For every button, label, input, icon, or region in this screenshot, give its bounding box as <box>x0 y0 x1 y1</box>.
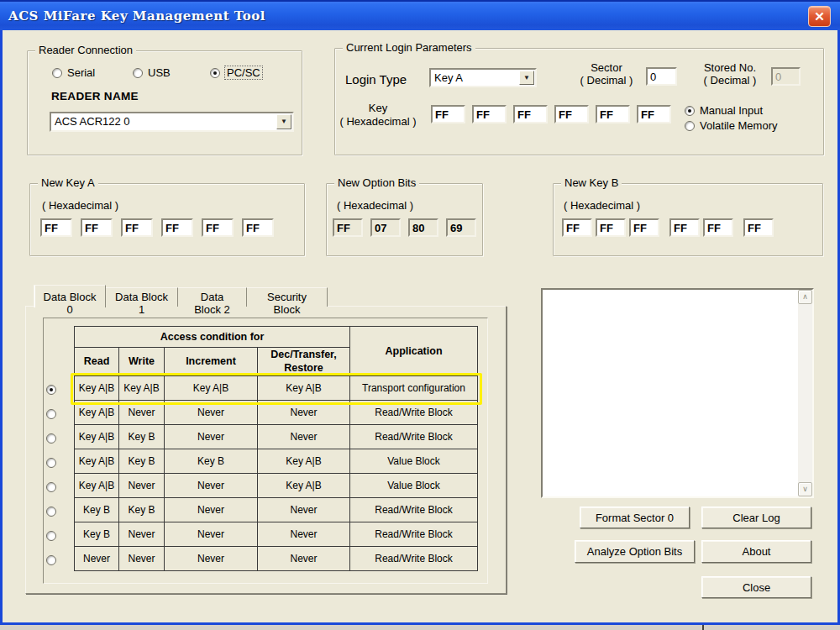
access-table-cell: Read/Write Block <box>350 401 478 425</box>
new-key-a-byte-2[interactable] <box>121 218 153 237</box>
dropdown-arrow-icon[interactable]: ▼ <box>276 114 291 129</box>
title-bar[interactable]: ACS MiFare Key Management Tool ✕ <box>0 0 840 30</box>
new-key-a-byte-4[interactable] <box>202 218 234 237</box>
key-byte-input-3[interactable] <box>554 105 589 123</box>
dialog-window: ACS MiFare Key Management Tool ✕ Reader … <box>0 0 840 625</box>
login-type-value: Key A <box>434 71 463 84</box>
access-table-cell: Never <box>165 522 258 547</box>
access-row-radio-5[interactable] <box>46 499 60 523</box>
access-table-column-header: Read <box>75 348 119 376</box>
new-key-b-byte-1[interactable] <box>596 218 626 237</box>
format-sector-button[interactable]: Format Sector 0 <box>580 507 690 528</box>
access-table-cell: Never <box>119 547 165 571</box>
option-bits-byte-1 <box>370 218 401 237</box>
log-output[interactable]: ∧ ∨ <box>541 288 814 498</box>
reader-name-combobox[interactable]: ACS ACR122 0 ▼ <box>50 112 294 132</box>
log-scrollbar[interactable]: ∧ ∨ <box>798 290 812 496</box>
radio-serial[interactable]: Serial <box>52 66 95 79</box>
new-option-bits-hex-label: ( Hexadecimal ) <box>337 199 413 212</box>
access-table-row-3: Key A|BKey BKey BKey A|BValue Block <box>75 449 478 474</box>
new-key-a-byte-0[interactable] <box>40 218 72 237</box>
close-dialog-button[interactable]: Close <box>701 576 811 598</box>
access-row-radio-1[interactable] <box>46 402 60 426</box>
new-key-b-byte-2[interactable] <box>629 218 659 237</box>
sector-input[interactable] <box>646 67 677 86</box>
new-key-b-byte-4[interactable] <box>703 218 733 237</box>
key-byte-input-0[interactable] <box>431 105 465 123</box>
analyze-option-bits-button[interactable]: Analyze Option Bits <box>575 540 695 563</box>
new-key-a-byte-1[interactable] <box>81 218 113 237</box>
log-content <box>544 291 795 495</box>
radio-serial-label: Serial <box>67 66 95 79</box>
access-table-cell: Key A|B <box>258 474 350 498</box>
radio-pcsc[interactable]: PC/SC <box>210 66 262 79</box>
access-table-cell: Never <box>165 474 258 498</box>
access-row-radio-3[interactable] <box>46 450 60 475</box>
radio-circle-icon <box>46 433 56 444</box>
tab-data-block-2[interactable]: Data Block 2 <box>178 287 247 307</box>
tab-data-block-0[interactable]: Data Block 0 <box>34 285 106 307</box>
key-byte-input-4[interactable] <box>596 105 630 123</box>
scroll-down-button[interactable]: ∨ <box>798 482 812 496</box>
radio-volatile-memory[interactable]: Volatile Memory <box>685 119 777 132</box>
key-byte-input-1[interactable] <box>472 105 507 123</box>
access-row-radio-0[interactable] <box>46 377 60 402</box>
key-byte-input-2[interactable] <box>513 105 548 123</box>
radio-usb[interactable]: USB <box>133 66 171 79</box>
new-key-b-byte-3[interactable] <box>669 218 700 237</box>
radio-circle-icon <box>46 482 56 492</box>
access-table-cell: Key B <box>75 522 119 547</box>
window-title: ACS MiFare Key Management Tool <box>8 8 265 24</box>
new-key-b-byte-5[interactable] <box>743 218 774 237</box>
access-row-radio-2[interactable] <box>46 426 60 450</box>
stored-no-label: Stored No. ( Decimal ) <box>693 62 767 87</box>
group-new-key-b-title: New Key B <box>561 176 622 189</box>
access-table-row-1: Key A|BNeverNeverNeverRead/Write Block <box>75 401 478 425</box>
radio-circle-icon <box>133 68 143 78</box>
access-row-radio-6[interactable] <box>46 523 60 548</box>
radio-circle-icon <box>52 68 62 78</box>
access-table-cell: Transport configuration <box>350 376 478 401</box>
radio-manual-input[interactable]: Manual Input <box>685 104 763 117</box>
login-type-combobox[interactable]: Key A ▼ <box>429 68 537 87</box>
group-new-option-bits-title: New Option Bits <box>334 176 419 189</box>
stored-no-input <box>771 67 801 86</box>
access-table-body: Key A|BKey A|BKey A|BKey A|BTransport co… <box>75 376 478 571</box>
access-table-cell: Key B <box>119 449 165 474</box>
dropdown-arrow-icon[interactable]: ▼ <box>519 71 534 85</box>
access-row-radio-4[interactable] <box>46 475 60 499</box>
access-table-cell: Key B <box>75 498 119 522</box>
access-table-cell: Key A|B <box>258 376 350 401</box>
access-table-cell: Key A|B <box>75 449 119 474</box>
access-table-cell: Never <box>165 425 258 449</box>
scroll-down-icon: ∨ <box>802 485 808 493</box>
option-bits-byte-2 <box>408 218 438 237</box>
access-table-row-7: NeverNeverNeverNeverRead/Write Block <box>75 547 478 571</box>
access-table-cell: Never <box>165 498 258 522</box>
access-table-cell: Never <box>119 474 165 498</box>
new-key-a-byte-3[interactable] <box>161 218 193 237</box>
access-table-cell: Never <box>258 547 350 571</box>
scroll-up-button[interactable]: ∧ <box>798 290 812 304</box>
access-table-cell: Key A|B <box>75 376 119 401</box>
radio-circle-icon <box>46 555 56 565</box>
access-table-column-header: Increment <box>165 348 258 376</box>
key-byte-input-5[interactable] <box>637 105 671 123</box>
new-key-b-byte-0[interactable] <box>562 218 592 237</box>
option-bits-byte-0 <box>333 218 363 237</box>
tab-data-block-1[interactable]: Data Block 1 <box>106 287 178 307</box>
access-row-radio-7[interactable] <box>46 548 60 572</box>
clear-log-button[interactable]: Clear Log <box>701 507 811 528</box>
access-table-column-header: Dec/Transfer, Restore <box>258 348 350 376</box>
tab-security-block[interactable]: Security Block <box>247 287 328 307</box>
tab-bar: Data Block 0Data Block 1Data Block 2Secu… <box>34 286 328 307</box>
about-button[interactable]: About <box>701 540 811 563</box>
access-table-cell: Never <box>258 522 350 547</box>
access-table-cell: Key A|B <box>75 401 119 425</box>
access-table-cell: Never <box>119 522 165 547</box>
group-login-params-title: Current Login Parameters <box>343 41 475 54</box>
new-key-a-byte-5[interactable] <box>242 218 274 237</box>
close-button[interactable]: ✕ <box>808 6 831 27</box>
sector-label: Sector ( Decimal ) <box>570 62 643 87</box>
access-table-cell: Read/Write Block <box>350 522 478 547</box>
